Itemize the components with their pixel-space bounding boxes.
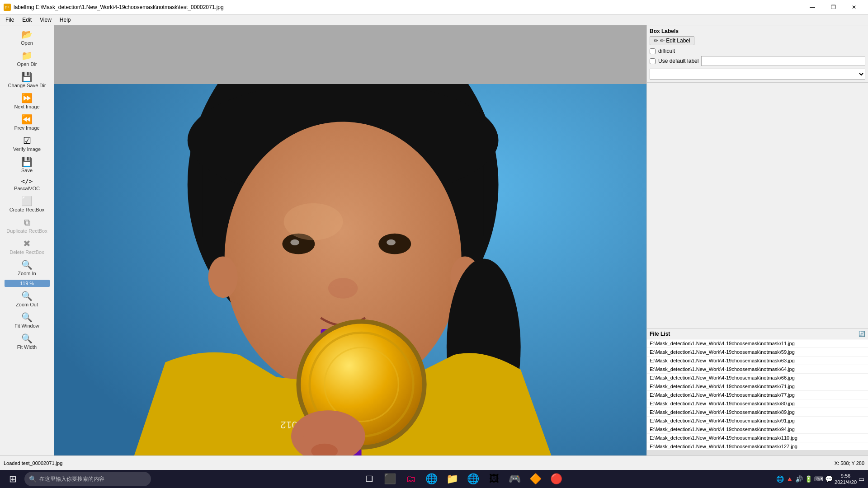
menu-file[interactable]: File (2, 16, 18, 24)
window-title: labelImg E:\Mask_detection\1.New_Work\4-… (14, 4, 224, 10)
zoom-value: 119 % (5, 280, 50, 287)
box-labels-title: Box Labels (650, 28, 865, 34)
file-item[interactable]: E:\Mask_detection\1.New_Work\4-19choosem… (647, 374, 868, 382)
delete-rect-box-button[interactable]: ✖ Delete RectBox (2, 236, 52, 257)
duplicate-rect-box-icon: ⧉ (24, 217, 30, 228)
taskbar: ⊞ 🔍 在这里输入你要搜索的内容 ❑ ⬛ 🗂 🌐 📁 🌐 🖼 🎮 🔶 🔴 🌐 🔺… (0, 470, 868, 488)
label-dropdown[interactable] (650, 69, 865, 80)
horizontal-scrollbar[interactable] (647, 450, 868, 455)
file-item[interactable]: E:\Mask_detection\1.New_Work\4-19choosem… (647, 434, 868, 442)
date-display: 2021/4/20 (835, 479, 857, 485)
file-item[interactable]: E:\Mask_detection\1.New_Work\4-19choosem… (647, 357, 868, 365)
minimize-button[interactable]: — (802, 0, 823, 14)
tray-icon-5[interactable]: ⌨ (814, 475, 823, 483)
fit-window-label: Fit Window (14, 323, 39, 328)
title-bar: 🏷 labelImg E:\Mask_detection\1.New_Work\… (0, 0, 868, 14)
edit-label-button[interactable]: ✏ ✏ Edit Label (650, 36, 694, 45)
taskbar-app-5[interactable]: 🌐 (463, 471, 483, 487)
file-item[interactable]: E:\Mask_detection\1.New_Work\4-19choosem… (647, 365, 868, 374)
menu-view[interactable]: View (36, 16, 55, 24)
title-bar-left: 🏷 labelImg E:\Mask_detection\1.New_Work\… (4, 4, 224, 11)
taskbar-app-2[interactable]: 🗂 (401, 471, 421, 487)
maximize-button[interactable]: ❐ (823, 0, 844, 14)
file-item[interactable]: E:\Mask_detection\1.New_Work\4-19choosem… (647, 399, 868, 408)
taskbar-app-3[interactable]: 🌐 (422, 471, 442, 487)
open-button[interactable]: 📂 Open (2, 27, 52, 47)
delete-rect-box-icon: ✖ (23, 238, 31, 249)
next-image-button[interactable]: ⏩ Next Image (2, 91, 52, 111)
file-list-header: File List 🔄 (647, 329, 868, 339)
tray-icon-2[interactable]: 🔺 (786, 475, 793, 483)
verify-image-icon: ☑ (23, 135, 31, 146)
taskbar-app-1[interactable]: ⬛ (380, 471, 400, 487)
fit-window-button[interactable]: 🔍 Fit Window (2, 310, 52, 330)
taskbar-app-8[interactable]: 🔶 (526, 471, 546, 487)
file-item[interactable]: E:\Mask_detection\1.New_Work\4-19choosem… (647, 408, 868, 417)
file-item[interactable]: E:\Mask_detection\1.New_Work\4-19choosem… (647, 417, 868, 425)
gray-top-area (54, 25, 646, 84)
coordinates-text: X: 588; Y 280 (835, 460, 864, 466)
file-item[interactable]: E:\Mask_detection\1.New_Work\4-19choosem… (647, 391, 868, 399)
status-bar: Loaded test_00002071.jpg X: 588; Y 280 (0, 455, 868, 470)
time-display: 9:56 (835, 473, 857, 479)
file-item[interactable]: E:\Mask_detection\1.New_Work\4-19choosem… (647, 339, 868, 348)
fit-width-label: Fit Width (17, 344, 37, 350)
prev-image-label: Prev Image (14, 125, 39, 131)
taskbar-app-4[interactable]: 📁 (443, 471, 462, 487)
save-button[interactable]: 💾 Save (2, 155, 52, 175)
taskbar-search[interactable]: 🔍 在这里输入你要搜索的内容 (24, 472, 151, 486)
canvas-image-container[interactable]: London 2012 (54, 84, 646, 455)
file-list-body[interactable]: E:\Mask_detection\1.New_Work\4-19choosem… (647, 339, 868, 450)
zoom-out-button[interactable]: 🔍 Zoom Out (2, 289, 52, 309)
tray-icon-6[interactable]: 💬 (825, 475, 833, 483)
pascal-voc-button[interactable]: </> PascalVOC (2, 176, 52, 193)
taskbar-search-text: 在这里输入你要搜索的内容 (39, 475, 104, 483)
file-item[interactable]: E:\Mask_detection\1.New_Work\4-19choosem… (647, 425, 868, 434)
default-label-input[interactable] (701, 56, 865, 66)
taskbar-app-7[interactable]: 🎮 (505, 471, 525, 487)
taskbar-app-9[interactable]: 🔴 (547, 471, 566, 487)
use-default-label-row: Use default label (650, 56, 865, 66)
menu-edit[interactable]: Edit (19, 16, 35, 24)
create-rect-box-button[interactable]: ⬜ Create RectBox (2, 194, 52, 214)
tray-icon-3[interactable]: 🔊 (795, 475, 803, 483)
use-default-label-checkbox[interactable] (650, 58, 656, 64)
verify-image-button[interactable]: ☑ Verify Image (2, 133, 52, 154)
difficult-checkbox[interactable] (650, 48, 656, 54)
menu-help[interactable]: Help (56, 16, 75, 24)
verify-image-label: Verify Image (13, 146, 41, 152)
close-button[interactable]: ✕ (844, 0, 864, 14)
open-dir-button[interactable]: 📁 Open Dir (2, 48, 52, 69)
prev-image-button[interactable]: ⏪ Prev Image (2, 112, 52, 132)
zoom-in-icon: 🔍 (21, 259, 33, 270)
menu-bar: File Edit View Help (0, 14, 868, 25)
start-button[interactable]: ⊞ (2, 471, 24, 487)
fit-window-icon: 🔍 (21, 312, 33, 323)
box-labels-section: Box Labels ✏ ✏ Edit Label difficult Use … (647, 25, 868, 83)
file-item[interactable]: E:\Mask_detection\1.New_Work\4-19choosem… (647, 348, 868, 357)
fit-width-button[interactable]: 🔍 Fit Width (2, 331, 52, 352)
file-item[interactable]: E:\Mask_detection\1.New_Work\4-19choosem… (647, 382, 868, 391)
delete-rect-box-label: Delete RectBox (9, 249, 44, 255)
file-item[interactable]: E:\Mask_detection\1.New_Work\4-19choosem… (647, 442, 868, 450)
show-desktop[interactable]: ▭ (859, 475, 864, 483)
difficult-label: difficult (658, 48, 675, 54)
svg-point-10 (328, 278, 358, 299)
taskbar-app-6[interactable]: 🖼 (484, 471, 504, 487)
change-save-dir-icon: 💾 (21, 71, 33, 82)
zoom-out-icon: 🔍 (21, 291, 33, 301)
taskbar-taskview[interactable]: ❑ (359, 471, 379, 487)
taskbar-tray: 🌐 🔺 🔊 🔋 ⌨ 💬 9:56 2021/4/20 ▭ (774, 473, 866, 486)
tray-icon-4[interactable]: 🔋 (805, 475, 812, 483)
file-list-refresh-icon[interactable]: 🔄 (859, 331, 865, 337)
tray-icon-1[interactable]: 🌐 (776, 475, 784, 483)
zoom-in-button[interactable]: 🔍 Zoom In (2, 258, 52, 278)
duplicate-rect-box-button[interactable]: ⧉ Duplicate RectBox (2, 215, 52, 235)
change-save-dir-button[interactable]: 💾 Change Save Dir (2, 70, 52, 90)
taskbar-time: 9:56 2021/4/20 (835, 473, 857, 486)
svg-point-23 (284, 203, 343, 240)
fit-width-icon: 🔍 (21, 333, 33, 344)
duplicate-rect-box-label: Duplicate RectBox (6, 228, 47, 234)
file-list-title: File List (650, 331, 670, 337)
app-icon: 🏷 (4, 4, 11, 11)
